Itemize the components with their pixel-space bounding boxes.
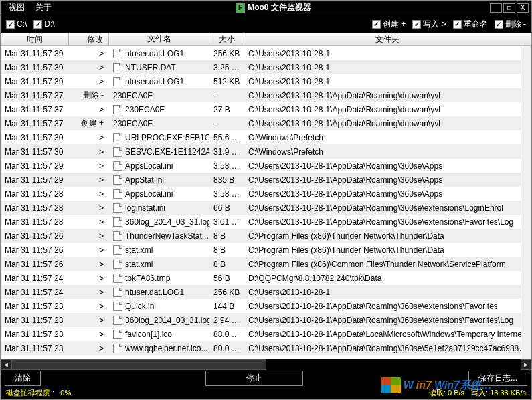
filter-checkbox[interactable]: ✓重命名: [453, 19, 488, 30]
table-row[interactable]: Mar 31 11:57 24>tpkFA86.tmp56 BD:\QQPCMg…: [1, 271, 531, 285]
file-icon: [113, 260, 122, 269]
cell-folder: C:\Users\2013-10-28-1: [244, 286, 531, 298]
cell-file: ntuser.dat.LOG1: [109, 76, 209, 88]
col-size[interactable]: 大小: [209, 33, 244, 45]
file-icon: [113, 288, 122, 297]
menu-about[interactable]: 关于: [30, 1, 57, 15]
table-row[interactable]: Mar 31 11:57 37>230ECA0E27 BC:\Users\201…: [1, 102, 531, 116]
file-name: 230ECA0E: [113, 91, 153, 100]
drive-checkbox-C[interactable]: ✓C:\: [6, 19, 27, 29]
col-file[interactable]: 文件名: [109, 33, 209, 45]
cell-time: Mar 31 11:57 30: [1, 132, 69, 144]
save-log-button[interactable]: 保存日志...: [468, 371, 527, 386]
cell-file: www.qqhelper.net.ico...: [109, 342, 209, 355]
table-row[interactable]: Mar 31 11:57 24>ntuser.dat.LOG1256 KBC:\…: [1, 285, 531, 299]
table-row[interactable]: Mar 31 11:57 28>360log_2014_03_31.log3.0…: [1, 215, 531, 229]
titlebar[interactable]: 视图 关于 F Moo0 文件监视器 _ □ X: [1, 1, 531, 15]
table-row[interactable]: Mar 31 11:57 28>loginstat.ini66 BC:\User…: [1, 201, 531, 215]
filter-label: 写入 >: [423, 19, 446, 30]
col-time[interactable]: 时间: [1, 33, 69, 45]
cell-file: 230ECA0E: [109, 118, 209, 130]
hscroll-thumb[interactable]: [11, 359, 266, 370]
cell-mod: >: [69, 76, 109, 88]
maximize-button[interactable]: □: [503, 3, 515, 13]
table-row[interactable]: Mar 31 11:57 23>360log_2014_03_31.log2.9…: [1, 313, 531, 327]
hscroll-right[interactable]: ►: [521, 359, 531, 370]
table-row[interactable]: Mar 31 11:57 29>AppStat.ini835 BC:\Users…: [1, 173, 531, 187]
cell-mod: >: [69, 230, 109, 242]
cell-time: Mar 31 11:57 37: [1, 104, 69, 116]
table-row[interactable]: Mar 31 11:57 39>NTUSER.DAT3.25 MBC:\User…: [1, 60, 531, 74]
file-table: 时间 修改 文件名 大小 文件夹 Mar 31 11:57 39>ntuser.…: [1, 33, 531, 359]
cell-time: Mar 31 11:57 37: [1, 118, 69, 130]
checkbox-icon: ✓: [33, 20, 42, 29]
cell-folder: C:\Program Files (x86)\Common Files\Thun…: [244, 258, 531, 270]
menu-view[interactable]: 视图: [3, 1, 30, 15]
cell-size: 512 KB: [209, 76, 244, 88]
file-icon: [113, 344, 122, 353]
cell-size: 3.58 KB: [209, 188, 244, 200]
file-name: SESVC.EXE-1E11242A.pf: [125, 147, 209, 157]
cell-folder: C:\Users\2013-10-28-1\AppData\Local\Micr…: [244, 328, 531, 340]
file-icon: [113, 203, 122, 213]
table-row[interactable]: Mar 31 11:57 26>stat.xml8 BC:\Program Fi…: [1, 243, 531, 257]
cell-size: 80.0 KB: [209, 342, 244, 355]
col-folder[interactable]: 文件夹: [244, 33, 531, 45]
drive-checkbox-D[interactable]: ✓D:\: [33, 19, 54, 29]
cell-file: 230ECA0E: [109, 90, 209, 102]
file-icon: [113, 231, 122, 241]
cell-mod: >: [69, 272, 109, 284]
file-name: 230ECA0E: [113, 119, 153, 128]
file-name: tpkFA86.tmp: [125, 274, 170, 283]
hscroll-track[interactable]: [11, 359, 521, 370]
cell-time: Mar 31 11:57 30: [1, 146, 69, 158]
table-row[interactable]: Mar 31 11:57 29>AppsLocal.ini3.58 KBC:\U…: [1, 159, 531, 173]
table-row[interactable]: Mar 31 11:57 39>ntuser.dat.LOG1512 KBC:\…: [1, 74, 531, 88]
file-name: ntuser.dat.LOG1: [125, 49, 184, 58]
file-name: AppsLocal.ini: [125, 189, 173, 199]
col-mod[interactable]: 修改: [69, 33, 109, 45]
cell-time: Mar 31 11:57 26: [1, 258, 69, 270]
file-name: URLPROC.EXE-5FB1CB...: [125, 133, 209, 142]
file-name: stat.xml: [125, 245, 153, 255]
vertical-scrollbar[interactable]: [521, 46, 531, 359]
cell-file: ntuser.dat.LOG1: [109, 47, 209, 60]
cell-mod: >: [69, 47, 109, 60]
horizontal-scrollbar[interactable]: ◄ ►: [1, 359, 531, 370]
cell-time: Mar 31 11:57 28: [1, 202, 69, 214]
filter-checkbox[interactable]: ✓删除 -: [495, 19, 526, 30]
table-row[interactable]: Mar 31 11:57 23>Quick.ini144 BC:\Users\2…: [1, 299, 531, 313]
cell-file: 360log_2014_03_31.log: [109, 314, 209, 326]
close-button[interactable]: X: [517, 3, 529, 13]
filter-checkbox[interactable]: ✓创建 +: [372, 19, 406, 30]
cell-mod: >: [69, 104, 109, 116]
filter-checkbox[interactable]: ✓写入 >: [412, 19, 446, 30]
drive-label: C:\: [17, 19, 27, 29]
hscroll-left[interactable]: ◄: [1, 359, 11, 370]
cell-time: Mar 31 11:57 29: [1, 160, 69, 172]
table-row[interactable]: Mar 31 11:57 37删除 -230ECA0E-C:\Users\201…: [1, 88, 531, 102]
cell-time: Mar 31 11:57 23: [1, 328, 69, 340]
table-row[interactable]: Mar 31 11:57 26>stat.xml8 BC:\Program Fi…: [1, 257, 531, 271]
clear-button[interactable]: 清除: [5, 371, 41, 386]
table-body: Mar 31 11:57 39>ntuser.dat.LOG1256 KBC:\…: [1, 46, 531, 359]
cell-file: SESVC.EXE-1E11242A.pf: [109, 146, 209, 158]
table-row[interactable]: Mar 31 11:57 30>URLPROC.EXE-5FB1CB...55.…: [1, 130, 531, 144]
table-row[interactable]: Mar 31 11:57 39>ntuser.dat.LOG1256 KBC:\…: [1, 46, 531, 60]
table-row[interactable]: Mar 31 11:57 37创建 +230ECA0E-C:\Users\201…: [1, 116, 531, 130]
table-row[interactable]: Mar 31 11:57 28>AppsLocal.ini3.58 KBC:\U…: [1, 187, 531, 201]
table-row[interactable]: Mar 31 11:57 23>favicon[1].ico88.0 KBC:\…: [1, 327, 531, 341]
stop-button[interactable]: 停止: [205, 371, 303, 386]
minimize-button[interactable]: _: [490, 3, 502, 13]
file-name: stat.xml: [125, 260, 153, 269]
file-icon: [113, 330, 122, 339]
cell-folder: C:\Windows\Prefetch: [244, 132, 531, 144]
cell-file: AppStat.ini: [109, 174, 209, 186]
table-row[interactable]: Mar 31 11:57 30>SESVC.EXE-1E11242A.pf31.…: [1, 144, 531, 159]
table-row[interactable]: Mar 31 11:57 26>ThunderNewTaskStat...8 B…: [1, 229, 531, 243]
file-icon: [113, 105, 122, 114]
table-row[interactable]: Mar 31 11:57 23>www.qqhelper.net.ico...8…: [1, 341, 531, 355]
file-icon: [113, 274, 122, 283]
file-icon: [113, 161, 122, 171]
cell-folder: C:\Windows\Prefetch: [244, 146, 531, 158]
